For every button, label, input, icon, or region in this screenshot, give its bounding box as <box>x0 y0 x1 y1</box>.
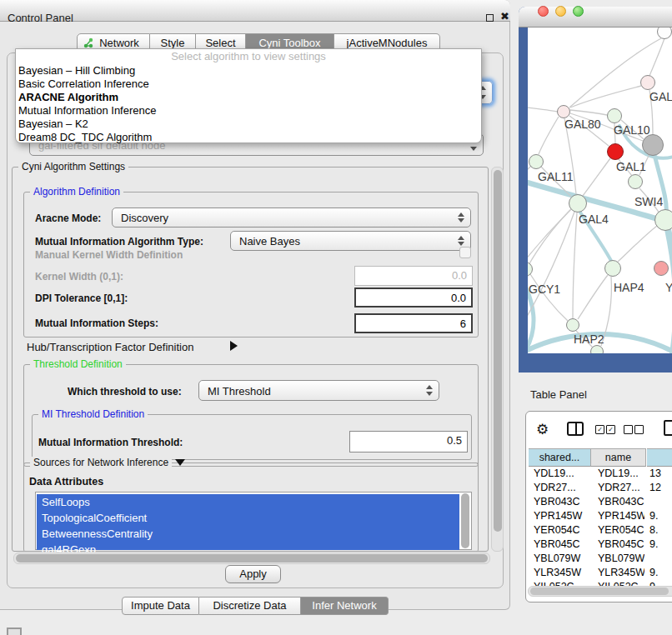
network-node-gal10[interactable] <box>607 108 622 123</box>
table-cell[interactable]: 9. <box>649 538 671 552</box>
network-node-swi4[interactable] <box>654 209 672 231</box>
table-cell[interactable]: YDR27... <box>598 481 644 495</box>
combo-up-arrow-icon <box>426 385 433 389</box>
table-cell[interactable]: YBR045C <box>534 538 589 552</box>
combo-down-arrow-icon <box>458 218 464 222</box>
network-node-gal1-selected[interactable] <box>607 143 624 160</box>
table-cell[interactable]: YDR27... <box>534 481 589 495</box>
mi-threshold-input[interactable]: 0.5 <box>349 431 468 452</box>
dropdown-item-basic-correlation[interactable]: Basic Correlation Inference <box>18 78 149 91</box>
list-item-topologicalcoefficient[interactable]: TopologicalCoefficient <box>37 510 459 526</box>
dropdown-item-bayesian-k2[interactable]: Bayesian – K2 <box>18 118 88 131</box>
network-node[interactable] <box>640 75 655 90</box>
column-header-shared-name[interactable]: shared... <box>529 448 591 467</box>
dpi-tolerance-input[interactable]: 0.0 <box>354 288 473 308</box>
table-cell[interactable]: 12 <box>649 481 671 495</box>
cut-off-panel-icon[interactable] <box>7 628 22 635</box>
float-window-icon[interactable] <box>486 14 494 22</box>
network-node-gal11[interactable] <box>529 154 544 169</box>
list-item-selfloops[interactable]: SelfLoops <box>37 494 459 510</box>
table-cell[interactable]: 9. <box>649 509 671 523</box>
network-node[interactable] <box>590 345 604 353</box>
sources-group-title[interactable]: Sources for Network Inference <box>30 457 172 468</box>
tab-infer-network[interactable]: Infer Network <box>301 597 389 615</box>
kernel-width-input: 0.0 <box>354 266 473 286</box>
tab-discretize-data[interactable]: Discretize Data <box>199 597 301 615</box>
network-node-hap2[interactable] <box>566 318 579 332</box>
table-cell[interactable]: 13 <box>649 467 671 481</box>
node-label: GAL <box>649 90 672 103</box>
collapse-down-arrow-icon[interactable] <box>175 459 185 466</box>
minimize-traffic-light[interactable] <box>555 6 566 17</box>
network-node[interactable] <box>628 174 643 189</box>
table-cell[interactable] <box>649 552 671 566</box>
table-cell[interactable]: YBL079W <box>534 552 589 566</box>
table-cell[interactable]: 8. <box>649 523 671 538</box>
tab-discretize-data-label: Discretize Data <box>213 599 286 612</box>
network-node-hub[interactable] <box>642 134 664 156</box>
dropdown-item-aracne[interactable]: ARACNE Algorithm <box>18 91 118 104</box>
dpi-tolerance-label: DPI Tolerance [0,1]: <box>35 292 128 304</box>
aracne-mode-combobox[interactable]: Discovery <box>112 208 471 228</box>
manual-kernel-width-checkbox <box>459 247 471 258</box>
table-settings-gear-icon[interactable]: ⚙ <box>536 421 549 438</box>
table-cell[interactable]: YBR043C <box>598 495 644 509</box>
close-window-icon[interactable]: ✖ <box>500 10 509 22</box>
apply-button[interactable]: Apply <box>225 565 281 583</box>
dropdown-prompt: Select algorithm to view settings <box>15 50 482 62</box>
list-item-betweennesscentrality[interactable]: BetweennessCentrality <box>37 526 459 542</box>
dropdown-item-dream8[interactable]: Dream8 DC_TDC Algorithm <box>18 131 152 144</box>
table-cell[interactable]: YER054C <box>534 523 589 538</box>
network-node-gal80[interactable] <box>557 105 570 118</box>
node-label-gcy1: GCY1 <box>529 282 560 296</box>
network-node-hap4[interactable] <box>604 260 621 277</box>
settings-horizontal-scrollbar-thumb[interactable] <box>16 554 488 562</box>
table-cell[interactable]: YLR345W <box>534 566 589 580</box>
tab-impute-data[interactable]: Impute Data <box>122 597 199 615</box>
dropdown-item-bayesian-hill-climbing[interactable]: Bayesian – Hill Climbing <box>18 64 135 78</box>
control-panel-titlebar <box>0 0 510 22</box>
node-label: Y <box>665 281 672 294</box>
column-header-name[interactable]: name <box>591 448 646 467</box>
table-cell[interactable] <box>649 495 671 509</box>
which-threshold-combobox[interactable]: MI Threshold <box>198 380 439 401</box>
hub-definition-toggle[interactable]: Hub/Transcription Factor Definition <box>27 341 193 353</box>
zoom-traffic-light[interactable] <box>573 6 584 17</box>
panel-title: Control Panel <box>8 12 73 24</box>
table-horizontal-scrollbar-thumb[interactable] <box>530 588 669 595</box>
close-traffic-light[interactable] <box>538 6 549 17</box>
list-item-gal4rgexp[interactable]: gal4RGexp <box>37 542 459 550</box>
network-node-gal4[interactable] <box>569 194 587 212</box>
table-cell[interactable]: YLR345W <box>598 566 644 580</box>
table-cell[interactable]: YPR145W <box>534 509 589 523</box>
mi-algorithm-type-combobox[interactable]: Naive Bayes <box>230 231 471 251</box>
table-cell[interactable]: YPR145W <box>598 509 644 523</box>
expand-right-arrow-icon[interactable] <box>230 341 238 351</box>
node-label-gal1: GAL1 <box>616 160 646 173</box>
tab-jactivemnodules-label: jActiveMNodules <box>347 37 428 49</box>
table-cell[interactable]: 9. <box>649 566 671 580</box>
deselect-all-checkbox-icon[interactable] <box>634 425 644 434</box>
table-cell[interactable]: YBL079W <box>598 552 644 566</box>
aracne-mode-value: Discovery <box>121 212 168 224</box>
mi-algorithm-type-label: Mutual Information Algorithm Type: <box>35 236 203 248</box>
list-vertical-scrollbar[interactable] <box>461 493 469 548</box>
table-cell[interactable]: YDL19... <box>598 467 644 481</box>
column-visibility-icon[interactable] <box>567 422 584 436</box>
mi-steps-input[interactable]: 6 <box>354 313 473 333</box>
table-cell[interactable]: YDL19... <box>534 467 589 481</box>
settings-vertical-scrollbar-thumb[interactable] <box>494 170 502 532</box>
select-all-checkbox-icon[interactable]: ✓ <box>595 425 604 434</box>
table-cell[interactable]: YBR045C <box>598 538 644 552</box>
network-canvas[interactable]: GAL GAL80 GAL10 GAL1 GAL11 GAL4 SWI4 GCY… <box>528 28 672 353</box>
table-cell[interactable]: YER054C <box>598 523 644 538</box>
column-header-cut[interactable] <box>647 448 672 467</box>
table-cell[interactable]: YBR043C <box>534 495 589 509</box>
tab-impute-data-label: Impute Data <box>131 599 190 612</box>
deselect-all-checkbox-icon[interactable] <box>624 425 633 434</box>
select-all-checkbox-icon[interactable]: ✓ <box>606 425 615 434</box>
network-node[interactable] <box>654 261 669 276</box>
algorithm-definition-title: Algorithm Definition <box>30 186 123 198</box>
dropdown-item-mutual-information[interactable]: Mutual Information Inference <box>18 104 156 118</box>
export-table-icon[interactable] <box>664 420 672 436</box>
